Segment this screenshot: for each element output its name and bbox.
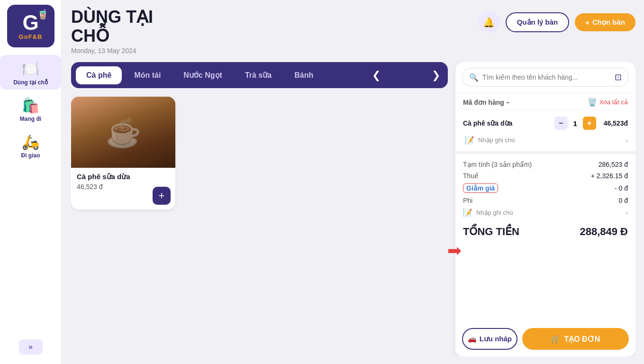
bell-button[interactable]: 🔔 <box>478 11 500 33</box>
search-section: 🔍 ⊡ <box>455 62 635 93</box>
note-icon: 📝 <box>465 136 474 145</box>
sidebar: 🧋 G GoF&B 🍽️ Dùng tại chỗ 🛍️ Mang đi 🛵 Đ… <box>0 0 62 364</box>
category-next-button[interactable]: ❯ <box>429 67 443 83</box>
sidebar-item-label-dung-tai-cho: Dùng tại chỗ <box>13 79 48 86</box>
product-add-button[interactable]: + <box>153 187 171 205</box>
tao-don-label: TẠO ĐƠN <box>564 335 600 344</box>
title-block: DÙNG TẠI CHỖ Monday, 13 May 2024 <box>71 8 478 55</box>
category-bar: Cà phê Món tái Nước Ngọt Trà sữa Bánh ❮ … <box>71 62 448 88</box>
logo-g: G <box>22 12 38 33</box>
product-image <box>71 97 175 168</box>
tab-banh[interactable]: Bánh <box>284 66 324 84</box>
fee-row: Phi 0 đ <box>463 197 628 204</box>
delete-icon: 🗑️ <box>588 98 597 107</box>
content-area: Cà phê Món tái Nước Ngọt Trà sữa Bánh ❮ … <box>71 62 635 356</box>
delete-all-label: Xóa tất cả <box>599 99 628 106</box>
sidebar-item-dung-tai-cho[interactable]: 🍽️ Dùng tại chỗ <box>0 55 61 90</box>
add-icon: + <box>159 190 165 202</box>
tax-row: Thuế + 2,326.15 đ <box>463 172 628 180</box>
bell-icon: 🔔 <box>483 17 495 28</box>
category-prev-button[interactable]: ❮ <box>369 67 383 83</box>
sidebar-item-label-di-giao: Đi giao <box>21 152 40 159</box>
search-input[interactable] <box>482 73 611 81</box>
page-title: DÙNG TẠI CHỖ <box>71 8 478 45</box>
product-name: Cà phê sữa dừa <box>77 173 170 181</box>
total-row: TỔNG TIỀN 288,849 Đ <box>455 221 635 238</box>
subtotal-row: Tạm tính (3 sản phẩm) 286,523 đ <box>463 161 628 168</box>
search-box: 🔍 ⊡ <box>462 68 629 87</box>
tao-don-icon: 🛒 <box>551 335 560 344</box>
discount-row: Giảm giá - 0 đ <box>463 183 628 193</box>
tao-don-button[interactable]: 🛒 TẠO ĐƠN <box>522 328 629 350</box>
luu-nhap-label: Lưu nháp <box>480 335 512 343</box>
discount-value: - 0 đ <box>615 184 628 192</box>
choose-table-button[interactable]: + Chọn bàn <box>575 13 635 31</box>
order-panel: 🔍 ⊡ Mã đơn hàng – 🗑️ Xóa tất cả Cà phê s… <box>455 62 635 356</box>
order-item-name: Cà phê sữa dừa <box>463 119 551 127</box>
product-image-inner <box>71 97 175 168</box>
panel-actions: 🚗 Lưu nháp 🛒 TẠO ĐƠN <box>455 322 635 356</box>
sidebar-expand-button[interactable]: » <box>19 339 43 355</box>
tab-mon-tai[interactable]: Món tái <box>124 66 171 84</box>
subtotal-label: Tạm tính (3 sản phẩm) <box>463 161 532 168</box>
logo-text: GoF&B <box>19 33 43 40</box>
tax-label: Thuế <box>463 172 479 180</box>
order-header: Mã đơn hàng – 🗑️ Xóa tất cả <box>455 93 635 109</box>
summary-section: Tạm tính (3 sản phẩm) 286,523 đ Thuế + 2… <box>455 154 635 221</box>
tab-nuoc-ngot[interactable]: Nước Ngọt <box>173 66 233 84</box>
page-date: Monday, 13 May 2024 <box>71 47 478 55</box>
sidebar-item-label-mang-di: Mang đi <box>20 116 41 122</box>
quantity-value: 1 <box>571 119 580 127</box>
tax-value: + 2,326.15 đ <box>591 172 628 180</box>
di-giao-icon: 🛵 <box>22 134 39 150</box>
quantity-control: − 1 + <box>554 117 596 130</box>
order-id-label: Mã đơn hàng – <box>463 99 509 106</box>
summary-note-icon: 📝 <box>463 208 472 217</box>
summary-note-text: Nhập ghi chú <box>476 209 622 216</box>
tab-tra-sua[interactable]: Trà sữa <box>235 66 282 84</box>
total-label: TỔNG TIỀN <box>463 226 519 238</box>
dung-tai-cho-icon: 🍽️ <box>22 61 39 77</box>
luu-nhap-icon: 🚗 <box>468 335 477 343</box>
subtotal-value: 286,523 đ <box>599 161 628 168</box>
products-area: Cà phê Món tái Nước Ngọt Trà sữa Bánh ❮ … <box>71 62 448 356</box>
page-header: DÙNG TẠI CHỖ Monday, 13 May 2024 🔔 Quản … <box>71 8 635 55</box>
product-card-ca-phe-sua-dua[interactable]: Cà phê sữa dừa 46,523 đ + <box>71 97 175 209</box>
luu-nhap-button[interactable]: 🚗 Lưu nháp <box>462 328 517 350</box>
manage-table-button[interactable]: Quản lý bàn <box>506 12 570 32</box>
total-value: 288,849 Đ <box>580 226 628 238</box>
sidebar-item-di-giao[interactable]: 🛵 Đi giao <box>0 128 61 163</box>
expand-icon: » <box>28 343 33 351</box>
plus-icon: + <box>585 18 590 27</box>
note-text: Nhập ghi chú <box>478 136 622 144</box>
fee-label: Phi <box>463 197 472 204</box>
order-item-price: 46,523đ <box>604 119 628 127</box>
summary-note-row[interactable]: 📝 Nhập ghi chú › <box>463 208 628 217</box>
discount-label[interactable]: Giảm giá <box>463 183 498 193</box>
header-actions: 🔔 Quản lý bàn + Chọn bàn <box>478 11 635 33</box>
order-item-row: Cà phê sữa dừa − 1 + 46,523đ <box>455 110 635 133</box>
main-content: DÙNG TẠI CHỖ Monday, 13 May 2024 🔔 Quản … <box>62 0 644 364</box>
quantity-plus-button[interactable]: + <box>583 117 596 130</box>
mang-di-icon: 🛍️ <box>22 97 39 114</box>
fee-value: 0 đ <box>619 197 628 204</box>
product-grid: Cà phê sữa dừa 46,523 đ + <box>71 97 448 209</box>
note-arrow-icon: › <box>626 136 628 144</box>
quantity-minus-button[interactable]: − <box>554 117 568 130</box>
search-icon: 🔍 <box>469 73 479 82</box>
sidebar-item-mang-di[interactable]: 🛍️ Mang đi <box>0 91 61 126</box>
scan-icon[interactable]: ⊡ <box>615 72 622 82</box>
tab-ca-phe[interactable]: Cà phê <box>76 66 122 84</box>
app-logo: 🧋 G GoF&B <box>7 5 54 47</box>
order-item-note-row[interactable]: 📝 Nhập ghi chú › <box>455 133 635 151</box>
summary-note-arrow-icon: › <box>626 209 628 217</box>
delete-all-button[interactable]: 🗑️ Xóa tất cả <box>588 98 628 107</box>
